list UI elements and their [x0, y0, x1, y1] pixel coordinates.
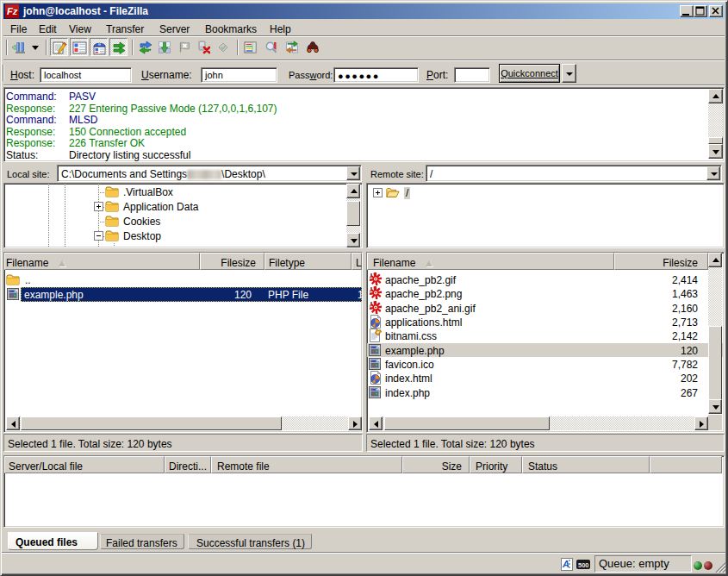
svg-text:Fz: Fz — [7, 6, 18, 16]
svg-text:500: 500 — [578, 561, 589, 569]
svg-text:A: A — [562, 559, 569, 569]
